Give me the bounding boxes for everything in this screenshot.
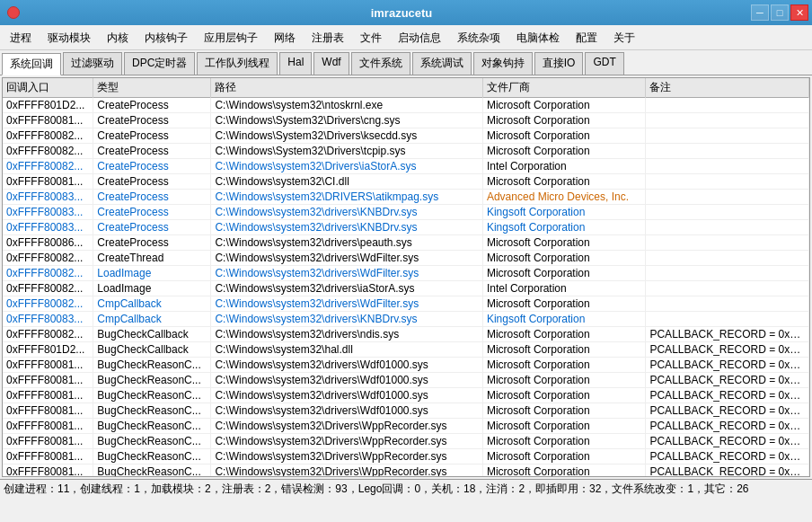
table-row[interactable]: 0xFFFF80082...CmpCallbackC:\Windows\syst…	[3, 296, 809, 312]
tab-0[interactable]: 系统回调	[2, 53, 61, 75]
menu-item-7[interactable]: 文件	[352, 27, 390, 49]
tab-3[interactable]: 工作队列线程	[197, 52, 278, 75]
status-bar: 创建进程：11，创建线程：1，加载模块：2，注册表：2，错误检测：93，Lego…	[0, 479, 812, 499]
menu-item-2[interactable]: 内核	[99, 27, 137, 49]
minimize-button[interactable]: ─	[751, 4, 769, 21]
table-row[interactable]: 0xFFFF80081...BugCheckReasonC...C:\Windo…	[3, 358, 809, 373]
menu-item-10[interactable]: 电脑体检	[508, 27, 568, 49]
table-row[interactable]: 0xFFFF80083...CmpCallbackC:\Windows\syst…	[3, 312, 809, 327]
table-row[interactable]: 0xFFFF80082...CreateProcessC:\Windows\Sy…	[3, 128, 809, 144]
menu-item-12[interactable]: 关于	[605, 27, 643, 49]
table-row[interactable]: 0xFFFF80082...LoadImageC:\Windows\system…	[3, 266, 809, 281]
menu-item-1[interactable]: 驱动模块	[40, 27, 99, 49]
table-row[interactable]: 0xFFFF801D2...BugCheckCallbackC:\Windows…	[3, 342, 809, 358]
menu-item-11[interactable]: 配置	[568, 27, 605, 49]
tab-8[interactable]: 对象钩持	[473, 52, 533, 75]
tab-2[interactable]: DPC定时器	[124, 52, 195, 75]
table-row[interactable]: 0xFFFF80082...CreateThreadC:\Windows\sys…	[3, 251, 809, 266]
tab-1[interactable]: 过滤驱动	[63, 52, 122, 75]
title-bar: imrazucetu ─ □ ✕	[0, 0, 812, 25]
col-header-addr: 回调入口	[3, 78, 93, 98]
col-header-type: 类型	[93, 78, 211, 98]
maximize-button[interactable]: □	[771, 4, 789, 21]
table-row[interactable]: 0xFFFF801D2...CreateProcessC:\Windows\sy…	[3, 98, 809, 113]
menu-item-6[interactable]: 注册表	[304, 27, 352, 49]
window-controls: ─ □ ✕	[751, 4, 808, 21]
col-header-note: 备注	[646, 78, 809, 98]
menu-item-0[interactable]: 进程	[2, 27, 40, 49]
table-row[interactable]: 0xFFFF80081...CreateProcessC:\Windows\Sy…	[3, 113, 809, 128]
tab-4[interactable]: Hal	[279, 52, 312, 75]
tab-6[interactable]: 文件系统	[351, 52, 410, 75]
menu-item-4[interactable]: 应用层钩子	[196, 27, 266, 49]
menu-item-5[interactable]: 网络	[266, 27, 304, 49]
table-row[interactable]: 0xFFFF80081...BugCheckReasonC...C:\Windo…	[3, 464, 809, 478]
table-row[interactable]: 0xFFFF80081...BugCheckReasonC...C:\Windo…	[3, 388, 809, 403]
table-row[interactable]: 0xFFFF80081...CreateProcessC:\Windows\sy…	[3, 174, 809, 190]
close-button[interactable]: ✕	[790, 4, 808, 21]
table-row[interactable]: 0xFFFF80081...BugCheckReasonC...C:\Windo…	[3, 434, 809, 449]
table-row[interactable]: 0xFFFF80086...CreateProcessC:\Windows\sy…	[3, 235, 809, 251]
table-row[interactable]: 0xFFFF80081...BugCheckReasonC...C:\Windo…	[3, 403, 809, 419]
table-row[interactable]: 0xFFFF80083...CreateProcessC:\Windows\sy…	[3, 220, 809, 235]
table-row[interactable]: 0xFFFF80081...BugCheckReasonC...C:\Windo…	[3, 373, 809, 388]
content-area: 回调入口 类型 路径 文件厂商 备注 0xFFFF801D2...CreateP…	[0, 75, 812, 479]
tab-7[interactable]: 系统调试	[412, 52, 472, 75]
table-row[interactable]: 0xFFFF80082...BugCheckCallbackC:\Windows…	[3, 327, 809, 342]
menu-item-9[interactable]: 系统杂项	[449, 27, 508, 49]
table-body: 0xFFFF801D2...CreateProcessC:\Windows\sy…	[3, 98, 809, 478]
tab-10[interactable]: GDT	[585, 52, 623, 75]
table-container[interactable]: 回调入口 类型 路径 文件厂商 备注 0xFFFF801D2...CreateP…	[2, 77, 810, 477]
table-row[interactable]: 0xFFFF80082...CreateProcessC:\Windows\sy…	[3, 159, 809, 174]
table-header-row: 回调入口 类型 路径 文件厂商 备注	[3, 78, 809, 98]
table-row[interactable]: 0xFFFF80083...CreateProcessC:\Windows\sy…	[3, 205, 809, 220]
menu-item-8[interactable]: 启动信息	[390, 27, 449, 49]
tab-5[interactable]: Wdf	[313, 52, 349, 75]
table-row[interactable]: 0xFFFF80082...LoadImageC:\Windows\system…	[3, 281, 809, 296]
table-row[interactable]: 0xFFFF80081...BugCheckReasonC...C:\Windo…	[3, 419, 809, 434]
menu-bar: 进程驱动模块内核内核钩子应用层钩子网络注册表文件启动信息系统杂项电脑体检配置关于	[0, 25, 812, 50]
col-header-vendor: 文件厂商	[482, 78, 646, 98]
col-header-path: 路径	[211, 78, 483, 98]
table-row[interactable]: 0xFFFF80082...CreateProcessC:\Windows\Sy…	[3, 144, 809, 159]
table-row[interactable]: 0xFFFF80083...CreateProcessC:\Windows\sy…	[3, 190, 809, 205]
callback-table: 回调入口 类型 路径 文件厂商 备注 0xFFFF801D2...CreateP…	[3, 78, 809, 477]
table-row[interactable]: 0xFFFF80081...BugCheckReasonC...C:\Windo…	[3, 449, 809, 464]
tab-bar-1: 系统回调过滤驱动DPC定时器工作队列线程HalWdf文件系统系统调试对象钩持直接…	[0, 50, 812, 75]
tab-9[interactable]: 直接IO	[534, 52, 584, 75]
menu-item-3[interactable]: 内核钩子	[137, 27, 196, 49]
window-icon-red	[7, 6, 20, 19]
window-title: imrazucetu	[52, 6, 751, 20]
